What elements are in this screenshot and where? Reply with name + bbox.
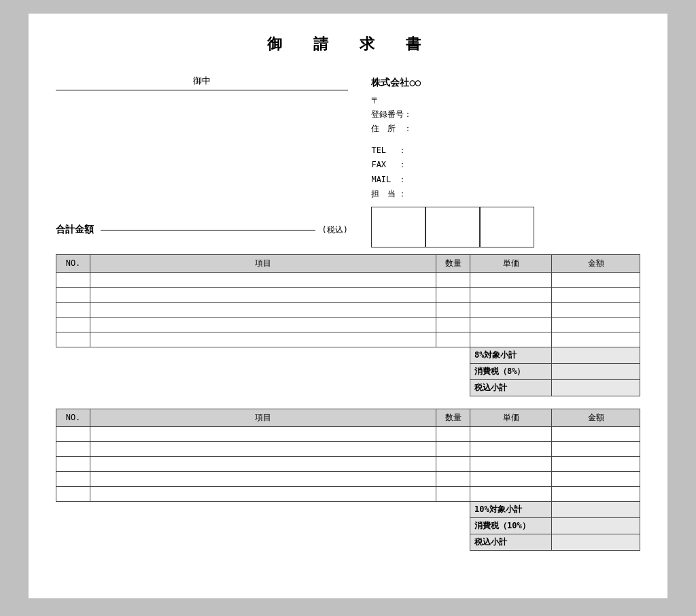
mail-colon: ：: [398, 173, 404, 186]
total-section: 合計金額 (税込): [56, 224, 348, 236]
fax-label: FAX: [371, 158, 398, 171]
page-title: 御 請 求 書: [56, 34, 640, 54]
table-row: [56, 441, 640, 456]
table-row: [56, 272, 640, 287]
subtotal-row: 10%対象小計: [56, 501, 640, 517]
subtotal-row: 8%対象小計: [56, 347, 640, 363]
total-underline: [101, 230, 315, 230]
table-row: [56, 486, 640, 501]
top-section: 御中 合計金額 (税込) 株式会社○○ 〒 登録番号： 住 所 ： TEL ： …: [56, 75, 640, 247]
recipient-honorific: 御中: [56, 75, 348, 87]
subtotal-label: 税込小計: [470, 534, 552, 550]
contact-grid: TEL ： FAX ： MAIL ： 担 当 ：: [371, 143, 640, 201]
tel-value: [404, 143, 640, 157]
table2-header-amount: 金額: [552, 409, 640, 426]
mail-label: MAIL: [371, 173, 398, 186]
table-row: [56, 426, 640, 441]
table-row: [56, 287, 640, 302]
stamp-box-3: [480, 207, 534, 247]
subtotal-label: 8%対象小計: [470, 347, 552, 363]
recipient-underline: [56, 90, 348, 90]
tanto-value: [404, 187, 640, 201]
table-row: [56, 471, 640, 486]
registration: 登録番号：: [371, 107, 640, 121]
table1-header-item: 項目: [90, 254, 436, 272]
subtotal-row: 消費税（10%）: [56, 517, 640, 534]
subtotal-value: [552, 363, 640, 379]
subtotal-value: [552, 501, 640, 517]
company-name: 株式会社○○: [371, 75, 640, 91]
stamp-boxes: [371, 207, 640, 247]
subtotal-value: [552, 347, 640, 363]
total-label: 合計金額: [56, 224, 94, 236]
fax-colon: ：: [398, 158, 404, 171]
table1-header-row: NO. 項目 数量 単価 金額: [56, 254, 640, 272]
mail-value: [404, 173, 640, 186]
subtotal-value: [552, 517, 640, 534]
table2-header-qty: 数量: [436, 409, 470, 426]
subtotal-label: 消費税（10%）: [470, 517, 552, 534]
table1-header-price: 単価: [470, 254, 552, 272]
stamp-box-2: [425, 207, 480, 247]
subtotal-label: 税込小計: [470, 379, 552, 396]
subtotal-label: 消費税（8%）: [470, 363, 552, 379]
tel-colon: ：: [398, 143, 404, 157]
tanto-colon: ：: [398, 187, 404, 201]
subtotal-row: 税込小計: [56, 379, 640, 396]
table2-header-item: 項目: [90, 409, 436, 426]
total-tax-note: (税込): [322, 224, 348, 236]
table-row: [56, 302, 640, 317]
stamp-box-1: [371, 207, 425, 247]
table2-header-no: NO.: [56, 409, 90, 426]
subtotal-row: 税込小計: [56, 534, 640, 550]
table1-header-no: NO.: [56, 254, 90, 272]
subtotal-row: 消費税（8%）: [56, 363, 640, 379]
table-row: [56, 456, 640, 471]
fax-value: [404, 158, 640, 171]
table-row: [56, 317, 640, 332]
table-10pct: NO. 項目 数量 単価 金額 10%対象小計消費税（10%）税込小計: [56, 409, 640, 551]
subtotal-value: [552, 379, 640, 396]
tanto-label: 担 当: [371, 187, 398, 201]
subtotal-value: [552, 534, 640, 550]
table1-header-qty: 数量: [436, 254, 470, 272]
table1-header-amount: 金額: [552, 254, 640, 272]
table-8pct: NO. 項目 数量 単価 金額 8%対象小計消費税（8%）税込小計: [56, 254, 640, 396]
table2-header-price: 単価: [470, 409, 552, 426]
sender-section: 株式会社○○ 〒 登録番号： 住 所 ： TEL ： FAX ： MAIL ： …: [371, 75, 640, 247]
table2-header-row: NO. 項目 数量 単価 金額: [56, 409, 640, 426]
table-row: [56, 332, 640, 347]
address: 住 所 ：: [371, 122, 640, 135]
subtotal-label: 10%対象小計: [470, 501, 552, 517]
invoice-page: 御 請 求 書 御中 合計金額 (税込) 株式会社○○ 〒 登録番号： 住 所 …: [29, 14, 667, 598]
tel-label: TEL: [371, 143, 398, 157]
postal: 〒: [371, 94, 640, 107]
recipient-section: 御中 合計金額 (税込): [56, 75, 348, 247]
